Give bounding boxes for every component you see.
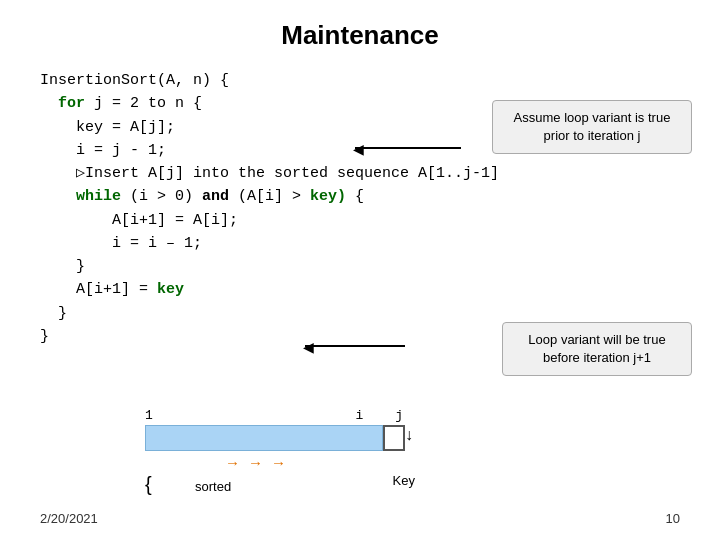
diagram-area: 1 i j → → → ↓ { sorted Key: [145, 408, 405, 494]
code-line-10: A[i+1] = key: [76, 278, 680, 301]
arrow-1: →: [225, 454, 240, 471]
array-row: [145, 425, 405, 451]
slide: Maintenance InsertionSort(A, n) { for j …: [0, 0, 720, 540]
bottom-arrow-head: ◀: [303, 339, 314, 355]
sorted-label: sorted: [195, 479, 231, 494]
key-label: Key: [393, 473, 415, 488]
code-line-9: }: [76, 255, 680, 278]
while-keyword: while: [76, 188, 121, 205]
footer-page: 10: [666, 511, 680, 526]
arrows-row: → → →: [225, 454, 405, 471]
code-line-8: i = i – 1;: [112, 232, 680, 255]
top-arrow-line: [355, 147, 461, 149]
bottom-arrow-line: [305, 345, 405, 347]
sorted-cells: [145, 425, 383, 451]
footer-date: 2/20/2021: [40, 511, 98, 526]
slide-title: Maintenance: [40, 20, 680, 51]
top-arrow-head: ◀: [353, 141, 364, 157]
key-cell: [383, 425, 405, 451]
code-line-1: InsertionSort(A, n) {: [40, 69, 680, 92]
code-line-6: while (i > 0) and (A[i] > key) {: [76, 185, 680, 208]
arrow-2: →: [248, 454, 263, 471]
code-line-5: ▷Insert A[j] into the sorted sequence A[…: [76, 162, 680, 185]
brace-symbol: {: [145, 473, 152, 496]
assume-loop-variant-box: Assume loop variant is true prior to ite…: [492, 100, 692, 154]
label-i: i: [355, 408, 363, 423]
label-j: j: [395, 408, 403, 423]
code-line-7: A[i+1] = A[i];: [112, 209, 680, 232]
sorted-brace-area: { sorted Key: [145, 479, 385, 494]
loop-variant-next-box: Loop variant will be true before iterati…: [502, 322, 692, 376]
label-1: 1: [145, 408, 173, 423]
key-down-arrow: ↓: [405, 426, 413, 444]
arrow-3: →: [271, 454, 286, 471]
